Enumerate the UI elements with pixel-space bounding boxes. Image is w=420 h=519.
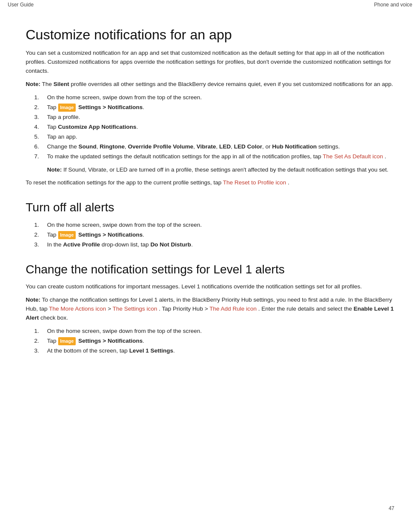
list-item: 7. To make the updated settings the defa… (26, 152, 394, 161)
turn-off-section: Turn off all alerts 1. On the home scree… (26, 200, 394, 249)
level1-intro: You can create custom notifications for … (26, 282, 394, 291)
list-item: 2. Tap Image Settings > Notifications. (26, 231, 394, 240)
header-right: Phone and voice (374, 2, 412, 8)
step-content: Tap an app. (47, 133, 394, 142)
step-num: 2. (26, 103, 47, 112)
step-content: Tap Image Settings > Notifications. (47, 103, 394, 112)
step-num: 1. (26, 93, 47, 102)
step-content: To make the updated settings the default… (47, 152, 394, 161)
section-title-level1: Change the notification settings for Lev… (26, 262, 394, 277)
step-num: 6. (26, 142, 47, 151)
step-num: 1. (26, 327, 47, 336)
image-icon: Image (58, 104, 76, 112)
step-content: Tap a profile. (47, 113, 394, 122)
turn-off-steps: 1. On the home screen, swipe down from t… (26, 221, 394, 249)
step-content: On the home screen, swipe down from the … (47, 221, 394, 230)
main-content: Customize notifications for an app You c… (0, 9, 420, 377)
list-item: 4. Tap Customize App Notifications. (26, 123, 394, 132)
list-item: 1. On the home screen, swipe down from t… (26, 93, 394, 102)
reset-to-profile-link: The Reset to Profile icon (223, 179, 286, 186)
step-num: 3. (26, 113, 47, 122)
step-num: 5. (26, 133, 47, 142)
step-content: Tap Image Settings > Notifications. (47, 337, 394, 346)
step-content: In the Active Profile drop-down list, ta… (47, 240, 394, 249)
level1-steps: 1. On the home screen, swipe down from t… (26, 327, 394, 356)
more-actions-link: The More Actions icon (49, 305, 106, 312)
list-item: 3. At the bottom of the screen, tap Leve… (26, 347, 394, 356)
step-num: 1. (26, 221, 47, 230)
list-item: 2. Tap Image Settings > Notifications. (26, 103, 394, 112)
add-rule-link: The Add Rule icon (210, 305, 257, 312)
image-icon: Image (58, 337, 76, 345)
list-item: 2. Tap Image Settings > Notifications. (26, 337, 394, 346)
list-item: 5. Tap an app. (26, 133, 394, 142)
settings-icon-link: The Settings icon (112, 305, 157, 312)
header-left: User Guide (8, 2, 34, 8)
step-content: Tap Image Settings > Notifications. (47, 231, 394, 240)
list-item: 1. On the home screen, swipe down from t… (26, 327, 394, 336)
step-content: Change the Sound, Ringtone, Override Pro… (47, 142, 394, 151)
list-item: 6. Change the Sound, Ringtone, Override … (26, 142, 394, 151)
step7-note: Note: If Sound, Vibrate, or LED are turn… (47, 166, 394, 175)
list-item: 1. On the home screen, swipe down from t… (26, 221, 394, 230)
list-item: 3. Tap a profile. (26, 113, 394, 122)
section-title-turn-off: Turn off all alerts (26, 200, 394, 215)
step-num: 2. (26, 231, 47, 240)
page-header: User Guide Phone and voice (0, 0, 420, 9)
step-num: 4. (26, 123, 47, 132)
level1-section: Change the notification settings for Lev… (26, 262, 394, 356)
step-num: 7. (26, 152, 47, 161)
step-num: 3. (26, 240, 47, 249)
step-content: At the bottom of the screen, tap Level 1… (47, 347, 394, 356)
step-num: 3. (26, 347, 47, 356)
customize-steps: 1. On the home screen, swipe down from t… (26, 93, 394, 161)
reset-text: To reset the notification settings for t… (26, 178, 394, 187)
level1-note: Note: To change the notification setting… (26, 296, 394, 323)
page-number: 47 (389, 505, 394, 511)
step-content: On the home screen, swipe down from the … (47, 93, 394, 102)
step-content: Tap Customize App Notifications. (47, 123, 394, 132)
step-content: On the home screen, swipe down from the … (47, 327, 394, 336)
section-title-customize: Customize notifications for an app (26, 27, 394, 43)
step7-note-block: Note: If Sound, Vibrate, or LED are turn… (47, 166, 394, 175)
customize-intro: You can set a customized notification fo… (26, 49, 394, 76)
customize-note: Note: The Silent profile overrides all o… (26, 80, 394, 89)
step-num: 2. (26, 337, 47, 346)
list-item: 3. In the Active Profile drop-down list,… (26, 240, 394, 249)
set-as-default-link: The Set As Default icon (322, 153, 383, 160)
image-icon: Image (58, 231, 76, 239)
